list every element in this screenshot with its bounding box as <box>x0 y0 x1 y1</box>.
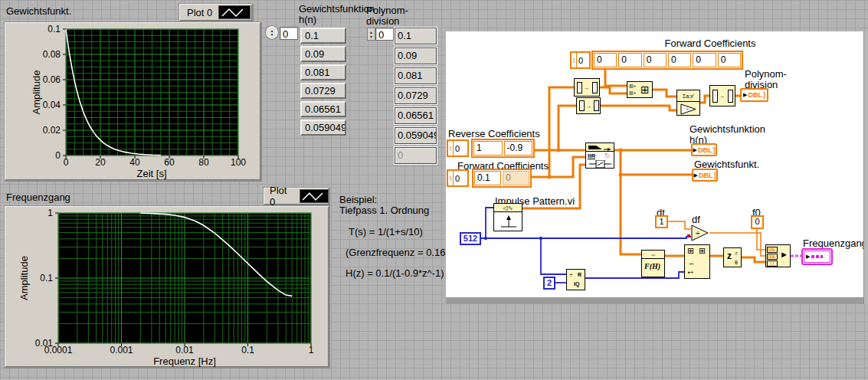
fc-top-element[interactable]: 0 <box>718 53 741 67</box>
index-spinner-icon[interactable]: ▲▼ <box>572 53 577 67</box>
svg-text:0.08: 0.08 <box>43 49 61 60</box>
z-glyph: z <box>727 254 732 259</box>
fc-top-element[interactable]: 0 <box>644 53 667 67</box>
hn-array-element: 0.1 <box>300 28 346 44</box>
svg-text:0: 0 <box>55 150 61 161</box>
svg-text:0.04: 0.04 <box>43 100 61 110</box>
cluster-pattern-icon: ▶ <box>804 251 830 263</box>
reverse-1d-array-node[interactable]: :: → :: <box>576 97 601 114</box>
index-spinner-icon[interactable]: ▲▼ <box>448 171 454 185</box>
gw-dbl-terminal[interactable]: ▶DBL] <box>692 169 718 182</box>
polydiv-array-label: Polynom- <box>366 5 408 16</box>
dt-constant[interactable]: 1 <box>655 215 668 228</box>
terminal-arrow-icon: ▶ <box>694 172 698 179</box>
array-row-icon: ▥+ <box>629 90 636 96</box>
polydiv-dbl-terminal[interactable]: ▶DBL] <box>740 88 768 102</box>
svg-text:Amplitude: Amplitude <box>18 256 30 300</box>
svg-text:0.1: 0.1 <box>40 273 53 283</box>
example-line: Beispiel: <box>339 194 377 205</box>
freq-indicator-label: Frequenzgang <box>803 238 867 249</box>
r-glyph: r <box>735 251 737 256</box>
graph1-legend[interactable]: Plot 0 <box>179 3 253 21</box>
fft-node[interactable]: ⇔ F(H) <box>641 250 665 277</box>
two-constant[interactable]: 2 <box>543 277 555 290</box>
quotient-remainder-node[interactable]: ÷ R IQ <box>566 269 585 290</box>
svg-text:0.01: 0.01 <box>35 338 54 349</box>
hn-array-label: Gewichtsfunktion <box>299 3 375 15</box>
polynomial-division-node[interactable]: Σa;xⁱ ÷ <box>676 90 700 116</box>
hn-dbl-terminal[interactable]: ▶DBL] <box>691 143 717 156</box>
graph2-legend[interactable]: Plot 0 <box>263 187 329 205</box>
svg-text:0.1: 0.1 <box>241 345 254 355</box>
hn-indicator-label: Gewichtsfunktion <box>689 123 765 135</box>
fft-top-icon: ⇔ <box>642 251 664 259</box>
impulse-pattern-node[interactable]: ◁∿ <box>493 203 522 231</box>
polydiv-array-index[interactable]: 0 <box>375 28 394 41</box>
graph1-plot[interactable]: 02040608010000.020.040.060.080.1Zeit [s]… <box>5 22 262 182</box>
bundle-row: [ ] <box>767 260 778 267</box>
speaker-wave-icon: ◁∿ <box>494 204 522 212</box>
array-grid-icon: ⊞ <box>699 248 706 254</box>
reverse-arrow-icon: → <box>586 103 591 109</box>
fc-top-element[interactable]: 0 <box>594 53 617 67</box>
fft-glyph: F(H) <box>644 262 660 270</box>
array-column-icon: :: <box>728 90 733 103</box>
array-column-icon: :: <box>594 100 599 111</box>
svg-text:0.1: 0.1 <box>47 24 61 34</box>
quotient-glyph: IQ <box>574 281 579 287</box>
forward-coeffs-index[interactable]: ▲▼0 <box>447 169 469 187</box>
iir-filter-node[interactable]: IIR ↻ <box>585 142 614 169</box>
array-split-node[interactable]: ⊞ ⊞ ↔ ▪+ <box>684 244 710 279</box>
svg-text:0.001: 0.001 <box>110 345 133 355</box>
bundle-arrow-icon: ► <box>780 252 788 257</box>
diagram-window-edge <box>863 31 868 304</box>
bundle-row: DBL <box>767 247 778 253</box>
bundle-row: DBL <box>767 254 778 260</box>
split-bottom-icon: ▪+ <box>688 270 694 275</box>
fc-top-element[interactable]: 0 <box>668 53 691 67</box>
split-mid-icon: ↔ <box>688 260 695 266</box>
reverse-coeffs-element[interactable]: -0.9 <box>504 141 533 156</box>
svg-text:80: 80 <box>198 157 209 168</box>
remainder-glyph: R <box>578 272 581 277</box>
polydiv-array-element: 0.081 <box>395 67 437 84</box>
fc-top-elements: 0 0 0 0 0 0 <box>591 51 743 70</box>
hn-array-index[interactable]: 0 <box>280 27 298 40</box>
grid-icon: ⊞ <box>640 84 650 96</box>
hn-array-element: 0.06561 <box>300 101 346 117</box>
reverse-coeffs-element[interactable]: 1 <box>473 141 503 156</box>
bundle-node[interactable]: DBL DBL [ ] ► <box>765 244 791 267</box>
svg-text:20: 20 <box>95 157 106 168</box>
complex-to-polar-node[interactable]: z r θ <box>723 247 742 267</box>
hn-array-index-spinner[interactable]: ▲▼ <box>265 25 279 40</box>
polydiv-array-index-spinner[interactable]: ▲▼ <box>367 28 375 41</box>
polydiv-indicator-label: Polynom- <box>745 68 787 80</box>
plot-line-swatch-icon <box>300 189 329 203</box>
svg-text:100: 100 <box>231 157 246 168</box>
fc-top-index[interactable]: ▲▼0 <box>570 51 591 69</box>
freq-cluster-terminal[interactable]: ▶ <box>801 248 833 265</box>
example-line: Tiefpass 1. Ordnung <box>339 205 429 216</box>
svg-text:Frequenz [Hz]: Frequenz [Hz] <box>153 355 216 367</box>
hn-array-element: 0.059049 <box>300 120 346 136</box>
reverse-arrow-icon: → <box>719 93 725 99</box>
samples-constant[interactable]: 512 <box>460 232 481 245</box>
divide-node[interactable]: ÷ <box>691 224 709 242</box>
fc-top-element[interactable]: 0 <box>693 53 716 67</box>
graph2-bezel: 0.00010.0010.010.110.010.11Frequenz [Hz]… <box>4 205 329 368</box>
svg-text:0: 0 <box>64 157 69 168</box>
build-array-node[interactable]: ▥+ ▥+ ⊞ <box>627 81 653 98</box>
reverse-coeffs-index[interactable]: ▲▼0 <box>447 139 469 157</box>
index-spinner-icon[interactable]: ▲▼ <box>448 141 454 156</box>
fc-top-element[interactable]: 0 <box>618 53 641 67</box>
array-column-icon: :: <box>577 82 582 93</box>
graph2-plot[interactable]: 0.00010.0010.010.110.010.11Frequenz [Hz]… <box>5 206 330 369</box>
f0-constant[interactable]: 0 <box>751 215 764 229</box>
reverse-1d-array-node[interactable]: :: → :: <box>574 78 600 97</box>
df-label: df <box>692 214 700 225</box>
reverse-1d-array-node[interactable]: :: → :: <box>709 85 735 106</box>
svg-text:60: 60 <box>164 157 175 168</box>
transfer-block-icon <box>589 160 612 169</box>
recycle-icon: ↻ <box>604 153 611 159</box>
forward-coeffs-element[interactable]: 0.1 <box>474 171 501 185</box>
